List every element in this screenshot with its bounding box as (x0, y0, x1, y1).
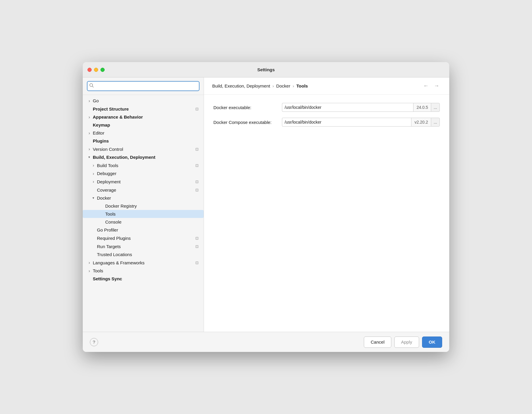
sidebar-item-label: Required Plugins (97, 236, 192, 241)
right-panel: Build, Execution, Deployment › Docker › … (204, 77, 449, 332)
sidebar-item-docker-registry[interactable]: Docker Registry (83, 202, 204, 210)
settings-icon: ⊡ (194, 244, 200, 249)
title-bar: Settings (83, 62, 449, 77)
chevron-icon (91, 196, 96, 200)
breadcrumb-part2: Docker (276, 83, 291, 88)
settings-icon: ⊡ (194, 146, 200, 152)
ok-button[interactable]: OK (422, 337, 442, 348)
settings-icon: ⊡ (194, 187, 200, 193)
docker-executable-row: Docker executable: 24.0.5 ... (213, 103, 440, 112)
sidebar-item-trusted-locations[interactable]: Trusted Locations (83, 250, 204, 258)
chevron-icon (87, 115, 92, 119)
breadcrumb-sep1: › (273, 84, 274, 88)
chevron-icon (87, 98, 92, 103)
sidebar-list: Go Project Structure ⊡ Appearance & Beha… (83, 95, 204, 332)
breadcrumb-bar: Build, Execution, Deployment › Docker › … (204, 77, 449, 95)
search-input[interactable] (87, 81, 200, 91)
sidebar-item-tools-top[interactable]: Tools (83, 267, 204, 275)
sidebar-item-go[interactable]: Go (83, 97, 204, 105)
docker-compose-executable-row: Docker Compose executable: v2.20.2 ... (213, 118, 440, 127)
breadcrumb-sep2: › (293, 84, 294, 88)
chevron-icon (91, 163, 96, 168)
docker-executable-browse-button[interactable]: ... (431, 103, 440, 112)
settings-icon: ⊡ (194, 260, 200, 265)
settings-window: Settings Go (83, 62, 449, 352)
sidebar-item-version-control[interactable]: Version Control ⊡ (83, 145, 204, 153)
chevron-icon (87, 131, 92, 135)
sidebar-item-appearance-behavior[interactable]: Appearance & Behavior (83, 113, 204, 121)
traffic-lights (87, 68, 105, 72)
search-container (83, 77, 204, 95)
sidebar-item-label: Trusted Locations (97, 252, 200, 257)
docker-compose-browse-button[interactable]: ... (431, 118, 440, 127)
sidebar-item-label: Settings Sync (93, 276, 200, 281)
sidebar-item-keymap[interactable]: Keymap (83, 121, 204, 129)
sidebar-item-docker[interactable]: Docker (83, 194, 204, 202)
sidebar-item-label: Build Tools (97, 163, 192, 168)
sidebar-item-coverage[interactable]: Coverage ⊡ (83, 186, 204, 194)
sidebar-item-plugins[interactable]: Plugins (83, 137, 204, 145)
sidebar-item-label: Plugins (93, 138, 200, 143)
maximize-button[interactable] (100, 68, 105, 72)
sidebar-item-label: Console (105, 219, 200, 224)
sidebar-item-required-plugins[interactable]: Required Plugins ⊡ (83, 234, 204, 242)
sidebar-item-label: Deployment (97, 179, 192, 184)
forward-button[interactable]: → (432, 82, 441, 90)
docker-executable-label: Docker executable: (213, 105, 278, 110)
sidebar-item-label: Go (93, 98, 200, 103)
settings-icon: ⊡ (194, 163, 200, 168)
panel-content: Docker executable: 24.0.5 ... Docker Com… (204, 95, 449, 332)
back-button[interactable]: ← (421, 82, 430, 90)
sidebar-item-debugger[interactable]: Debugger (83, 169, 204, 177)
sidebar-item-label: Tools (93, 268, 200, 273)
sidebar-item-project-structure[interactable]: Project Structure ⊡ (83, 105, 204, 113)
docker-executable-input-group: 24.0.5 ... (282, 103, 440, 112)
nav-arrows: ← → (421, 82, 441, 90)
sidebar-item-deployment[interactable]: Deployment ⊡ (83, 177, 204, 186)
breadcrumb-part1: Build, Execution, Deployment (212, 83, 270, 88)
breadcrumb-part3: Tools (296, 83, 308, 88)
sidebar-item-label: Build, Execution, Deployment (93, 155, 200, 160)
chevron-icon (87, 147, 92, 151)
sidebar-item-go-profiler[interactable]: Go Profiler (83, 226, 204, 234)
sidebar-item-label: Project Structure (93, 106, 192, 111)
bottom-bar: ? Cancel Apply OK (83, 332, 449, 352)
chevron-icon (87, 269, 92, 273)
minimize-button[interactable] (94, 68, 98, 72)
docker-compose-label: Docker Compose executable: (213, 120, 278, 125)
search-wrapper (87, 81, 200, 91)
sidebar-item-languages-frameworks[interactable]: Languages & Frameworks ⊡ (83, 258, 204, 267)
apply-button[interactable]: Apply (394, 337, 419, 348)
chevron-icon (91, 171, 96, 176)
sidebar-item-settings-sync[interactable]: Settings Sync (83, 275, 204, 283)
sidebar-item-editor[interactable]: Editor (83, 129, 204, 137)
docker-executable-input[interactable] (282, 103, 413, 112)
sidebar-item-label: Languages & Frameworks (93, 260, 192, 265)
sidebar-item-build-execution[interactable]: Build, Execution, Deployment (83, 153, 204, 161)
docker-executable-version: 24.0.5 (413, 103, 431, 112)
help-button[interactable]: ? (90, 338, 98, 346)
sidebar-item-label: Docker Registry (105, 203, 200, 208)
sidebar-item-run-targets[interactable]: Run Targets ⊡ (83, 242, 204, 250)
docker-compose-input[interactable] (282, 118, 411, 127)
sidebar-item-tools[interactable]: Tools (83, 210, 204, 218)
close-button[interactable] (87, 68, 92, 72)
window-title: Settings (257, 67, 275, 72)
sidebar-item-label: Coverage (97, 187, 192, 193)
chevron-icon (87, 155, 92, 160)
sidebar-item-label: Keymap (93, 122, 200, 127)
settings-icon: ⊡ (194, 106, 200, 111)
cancel-button[interactable]: Cancel (364, 337, 391, 348)
right-buttons: Cancel Apply OK (364, 337, 442, 348)
sidebar-item-label: Appearance & Behavior (93, 114, 200, 119)
sidebar-item-label: Editor (93, 130, 200, 135)
docker-compose-input-group: v2.20.2 ... (282, 118, 440, 127)
sidebar-item-label: Version Control (93, 147, 192, 152)
sidebar-item-label: Docker (97, 195, 200, 200)
main-content: Go Project Structure ⊡ Appearance & Beha… (83, 77, 449, 332)
sidebar-item-build-tools[interactable]: Build Tools ⊡ (83, 161, 204, 169)
sidebar-item-label: Run Targets (97, 244, 192, 249)
settings-icon: ⊡ (194, 179, 200, 184)
sidebar-item-console[interactable]: Console (83, 218, 204, 226)
docker-compose-version: v2.20.2 (411, 118, 431, 127)
